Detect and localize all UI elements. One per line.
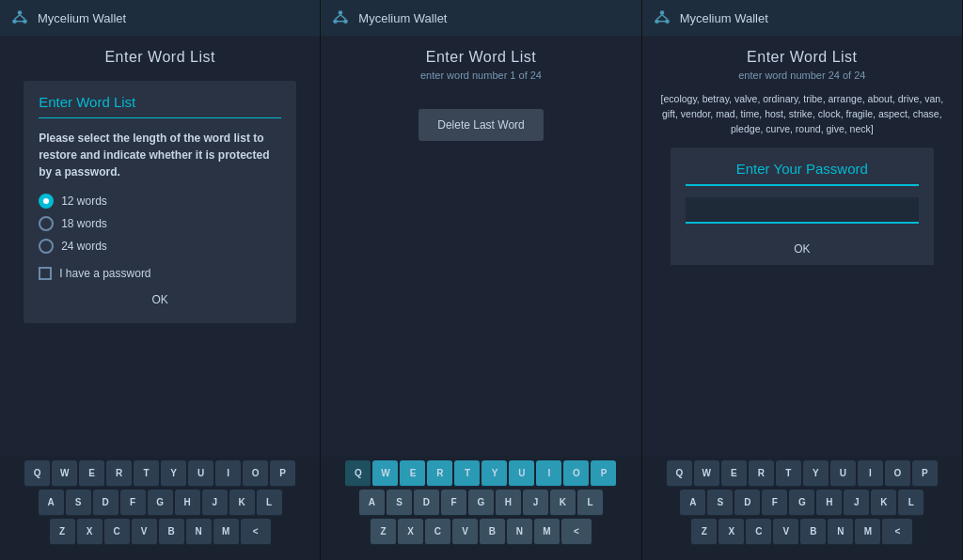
key2-w[interactable]: W	[372, 460, 398, 487]
page-title-1: Enter Word List	[9, 49, 310, 66]
key3-c[interactable]: C	[746, 519, 771, 545]
radio-circle-18[interactable]	[39, 216, 54, 231]
header-title-1: Mycelium Wallet	[38, 11, 126, 25]
mycelium-logo-icon-2	[330, 8, 351, 28]
key2-z[interactable]: Z	[371, 519, 396, 545]
key3-backspace[interactable]: <	[882, 519, 912, 545]
radio-label-12: 12 words	[61, 194, 107, 208]
key3-y[interactable]: Y	[803, 460, 829, 487]
key-h[interactable]: H	[175, 490, 200, 516]
key2-r[interactable]: R	[427, 460, 452, 487]
key3-w[interactable]: W	[694, 460, 719, 487]
key-d[interactable]: D	[93, 490, 118, 516]
delete-last-word-button[interactable]: Delete Last Word	[418, 109, 544, 141]
key3-t[interactable]: T	[776, 460, 801, 487]
key3-k[interactable]: K	[871, 490, 896, 516]
key-m[interactable]: M	[213, 519, 239, 545]
key2-f[interactable]: F	[441, 490, 466, 516]
key-k[interactable]: K	[229, 490, 255, 516]
key-n[interactable]: N	[186, 519, 212, 545]
key3-u[interactable]: U	[830, 460, 856, 487]
key2-d[interactable]: D	[414, 490, 439, 516]
checkbox-box[interactable]	[39, 267, 52, 280]
password-ok-button[interactable]: OK	[671, 233, 934, 265]
key3-o[interactable]: O	[885, 460, 910, 487]
key2-v[interactable]: V	[452, 519, 478, 545]
radio-24words[interactable]: 24 words	[39, 239, 281, 254]
checkbox-password[interactable]: I have a password	[39, 267, 281, 280]
key2-j[interactable]: J	[523, 490, 548, 516]
key3-j[interactable]: J	[844, 490, 869, 516]
key2-m[interactable]: M	[534, 519, 560, 545]
radio-12words[interactable]: 12 words	[39, 194, 281, 209]
key3-f[interactable]: F	[762, 490, 787, 516]
key-backspace[interactable]: <	[241, 519, 271, 545]
key3-n[interactable]: N	[828, 519, 853, 545]
key-p[interactable]: P	[270, 460, 295, 487]
key-row-2-bot: Z X C V B N M <	[323, 519, 639, 545]
key2-k[interactable]: K	[550, 490, 576, 516]
key3-r[interactable]: R	[749, 460, 774, 487]
key2-x[interactable]: X	[398, 519, 423, 545]
key-i[interactable]: I	[215, 460, 241, 487]
key3-i[interactable]: I	[858, 460, 883, 487]
key-r[interactable]: R	[106, 460, 132, 487]
key2-s[interactable]: S	[387, 490, 412, 516]
radio-circle-24[interactable]	[39, 239, 54, 254]
radio-circle-12[interactable]	[39, 194, 54, 209]
svg-line-3	[15, 15, 21, 20]
key3-b[interactable]: B	[800, 519, 826, 545]
key2-l[interactable]: L	[577, 490, 603, 516]
key2-e[interactable]: E	[400, 460, 425, 487]
key-c[interactable]: C	[104, 519, 130, 545]
key-q[interactable]: Q	[24, 460, 50, 487]
key3-v[interactable]: V	[773, 519, 798, 545]
key3-e[interactable]: E	[721, 460, 747, 487]
key-v[interactable]: V	[132, 519, 157, 545]
key-t[interactable]: T	[134, 460, 159, 487]
key-y[interactable]: Y	[161, 460, 186, 487]
key3-a[interactable]: A	[680, 490, 705, 516]
key2-o[interactable]: O	[563, 460, 589, 487]
key2-g[interactable]: G	[468, 490, 494, 516]
password-input[interactable]	[686, 197, 919, 224]
key-o[interactable]: O	[243, 460, 268, 487]
key2-p[interactable]: P	[591, 460, 616, 487]
key-a[interactable]: A	[39, 490, 64, 516]
key3-s[interactable]: S	[707, 490, 733, 516]
key3-g[interactable]: G	[789, 490, 814, 516]
key3-h[interactable]: H	[816, 490, 842, 516]
key2-backspace[interactable]: <	[561, 519, 592, 545]
key2-i[interactable]: I	[536, 460, 561, 487]
key3-l[interactable]: L	[898, 490, 924, 516]
key3-x[interactable]: X	[718, 519, 744, 545]
key-b[interactable]: B	[159, 519, 184, 545]
key-e[interactable]: E	[79, 460, 104, 487]
key-z[interactable]: Z	[50, 519, 75, 545]
key-j[interactable]: J	[202, 490, 228, 516]
key2-n[interactable]: N	[507, 519, 532, 545]
key3-p[interactable]: P	[912, 460, 938, 487]
key-w[interactable]: W	[52, 460, 77, 487]
key3-d[interactable]: D	[734, 490, 760, 516]
key-s[interactable]: S	[66, 490, 91, 516]
key2-q[interactable]: Q	[345, 460, 371, 487]
key2-a[interactable]: A	[359, 490, 385, 516]
key2-c[interactable]: C	[425, 519, 450, 545]
radio-18words[interactable]: 18 words	[39, 216, 281, 231]
key3-z[interactable]: Z	[691, 519, 717, 545]
key2-y[interactable]: Y	[482, 460, 507, 487]
key3-m[interactable]: M	[855, 519, 880, 545]
ok-button-1[interactable]: OK	[39, 289, 281, 310]
key2-t[interactable]: T	[454, 460, 480, 487]
key-g[interactable]: G	[148, 490, 173, 516]
key-l[interactable]: L	[257, 490, 282, 516]
key3-q[interactable]: Q	[667, 460, 692, 487]
key2-h[interactable]: H	[496, 490, 521, 516]
key-u[interactable]: U	[188, 460, 213, 487]
key2-u[interactable]: U	[509, 460, 534, 487]
key-f[interactable]: F	[120, 490, 146, 516]
key-x[interactable]: X	[77, 519, 103, 545]
key2-b[interactable]: B	[480, 519, 505, 545]
key-row-3-mid: A S D F G H J K L	[644, 490, 960, 516]
